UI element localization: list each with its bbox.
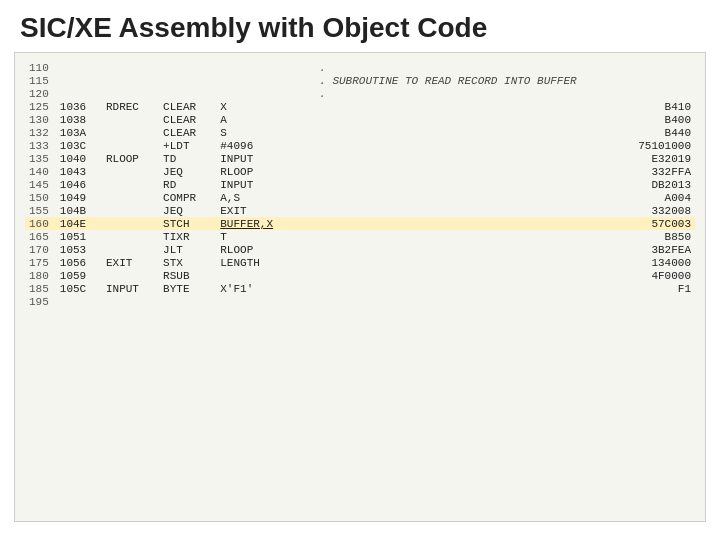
objcode: 332FFA	[607, 165, 695, 178]
address: 103C	[56, 139, 102, 152]
table-row: 195	[25, 295, 695, 308]
line-num: 125	[25, 100, 56, 113]
objcode	[607, 61, 695, 74]
comment	[315, 282, 607, 295]
line-num: 132	[25, 126, 56, 139]
label	[102, 165, 159, 178]
table-row: 115 . SUBROUTINE TO READ RECORD INTO BUF…	[25, 74, 695, 87]
objcode: B410	[607, 100, 695, 113]
objcode	[607, 295, 695, 308]
address: 1051	[56, 230, 102, 243]
operand: RLOOP	[216, 165, 315, 178]
opcode: BYTE	[159, 282, 216, 295]
line-num: 180	[25, 269, 56, 282]
comment	[315, 126, 607, 139]
address	[56, 74, 102, 87]
opcode: STCH	[159, 217, 216, 230]
line-num: 133	[25, 139, 56, 152]
operand: BUFFER,X	[216, 217, 315, 230]
comment	[315, 230, 607, 243]
line-num: 145	[25, 178, 56, 191]
comment	[315, 256, 607, 269]
address: 1059	[56, 269, 102, 282]
opcode: JEQ	[159, 204, 216, 217]
comment	[315, 139, 607, 152]
comment	[315, 204, 607, 217]
line-num: 185	[25, 282, 56, 295]
opcode: CLEAR	[159, 113, 216, 126]
line-num: 115	[25, 74, 56, 87]
address: 105C	[56, 282, 102, 295]
label	[102, 178, 159, 191]
operand: LENGTH	[216, 256, 315, 269]
operand	[216, 295, 315, 308]
table-row: 125 1036 RDREC CLEAR X B410	[25, 100, 695, 113]
operand: EXIT	[216, 204, 315, 217]
objcode: E32019	[607, 152, 695, 165]
operand: T	[216, 230, 315, 243]
objcode: F1	[607, 282, 695, 295]
comment	[315, 100, 607, 113]
address: 104B	[56, 204, 102, 217]
line-num: 155	[25, 204, 56, 217]
table-row: 165 1051 TIXR T B850	[25, 230, 695, 243]
objcode: 75101000	[607, 139, 695, 152]
line-num: 170	[25, 243, 56, 256]
table-row: 145 1046 RD INPUT DB2013	[25, 178, 695, 191]
table-row: 110 .	[25, 61, 695, 74]
opcode: TIXR	[159, 230, 216, 243]
table-row: 155 104B JEQ EXIT 332008	[25, 204, 695, 217]
label	[102, 295, 159, 308]
objcode: B440	[607, 126, 695, 139]
comment	[315, 217, 607, 230]
operand	[216, 87, 315, 100]
opcode: +LDT	[159, 139, 216, 152]
comment: .	[315, 61, 607, 74]
operand	[216, 269, 315, 282]
comment	[315, 295, 607, 308]
table-row: 130 1038 CLEAR A B400	[25, 113, 695, 126]
label	[102, 139, 159, 152]
label	[102, 74, 159, 87]
operand: INPUT	[216, 152, 315, 165]
address: 1040	[56, 152, 102, 165]
assembly-table: 110 . 115 . SUBROUTINE TO READ RECORD IN…	[25, 61, 695, 308]
operand: S	[216, 126, 315, 139]
address	[56, 87, 102, 100]
label	[102, 87, 159, 100]
address: 1043	[56, 165, 102, 178]
comment	[315, 152, 607, 165]
line-num: 135	[25, 152, 56, 165]
line-num: 140	[25, 165, 56, 178]
operand	[216, 61, 315, 74]
label	[102, 230, 159, 243]
label	[102, 243, 159, 256]
line-num: 160	[25, 217, 56, 230]
label	[102, 217, 159, 230]
operand: X	[216, 100, 315, 113]
label	[102, 61, 159, 74]
line-num: 130	[25, 113, 56, 126]
label: RLOOP	[102, 152, 159, 165]
objcode: A004	[607, 191, 695, 204]
table-row: 150 1049 COMPR A,S A004	[25, 191, 695, 204]
content-area: 110 . 115 . SUBROUTINE TO READ RECORD IN…	[14, 52, 706, 522]
opcode: CLEAR	[159, 100, 216, 113]
address: 1046	[56, 178, 102, 191]
comment	[315, 243, 607, 256]
line-num: 110	[25, 61, 56, 74]
comment	[315, 191, 607, 204]
comment	[315, 113, 607, 126]
opcode: CLEAR	[159, 126, 216, 139]
operand	[216, 74, 315, 87]
opcode	[159, 61, 216, 74]
address: 1056	[56, 256, 102, 269]
opcode: RD	[159, 178, 216, 191]
page-title: SIC/XE Assembly with Object Code	[0, 0, 720, 52]
objcode: 3B2FEA	[607, 243, 695, 256]
line-num: 165	[25, 230, 56, 243]
label: INPUT	[102, 282, 159, 295]
label	[102, 126, 159, 139]
address: 103A	[56, 126, 102, 139]
table-row: 133 103C +LDT #4096 75101000	[25, 139, 695, 152]
